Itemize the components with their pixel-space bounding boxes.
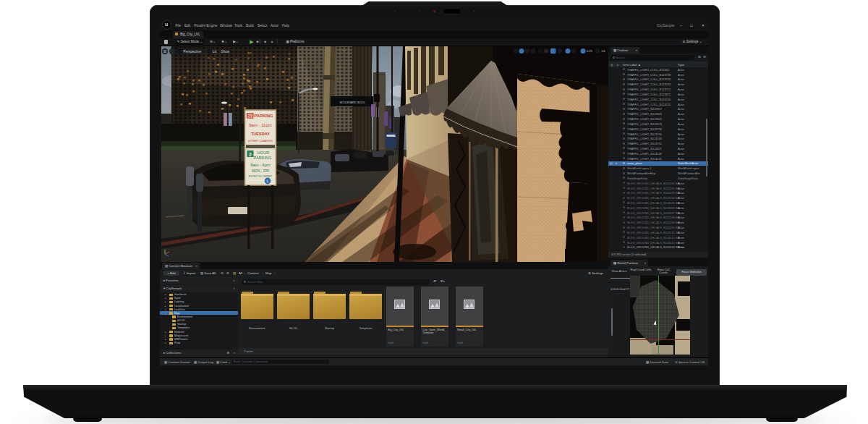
svg-text:Show: Show <box>221 50 230 54</box>
svg-text:PARKING: PARKING <box>254 114 273 118</box>
svg-text:0.25: 0.25 <box>587 49 593 53</box>
svg-text:PARKING: PARKING <box>254 156 272 160</box>
svg-text:NO: NO <box>247 114 253 118</box>
svg-text:L: L <box>267 179 269 183</box>
svg-text:TUESDAY: TUESDAY <box>251 132 270 136</box>
svg-text:EXCEPT BY PERMIT: EXCEPT BY PERMIT <box>249 175 273 178</box>
svg-text:9am - 11pm: 9am - 11pm <box>249 123 272 127</box>
svg-text:8am - 6pm: 8am - 6pm <box>250 163 271 167</box>
svg-text:Lit: Lit <box>213 50 217 54</box>
svg-text:HOUR: HOUR <box>258 150 269 155</box>
svg-text:BOULEVARD BLDG: BOULEVARD BLDG <box>340 101 365 104</box>
svg-text:MON - FRI: MON - FRI <box>252 169 269 173</box>
svg-text:Perspective: Perspective <box>184 50 202 54</box>
svg-text:✕4: ✕4 <box>601 49 605 53</box>
svg-text:2: 2 <box>249 152 252 157</box>
svg-text:(STREET CLEANING): (STREET CLEANING) <box>248 140 273 143</box>
svg-text:☰: ☰ <box>163 49 167 54</box>
